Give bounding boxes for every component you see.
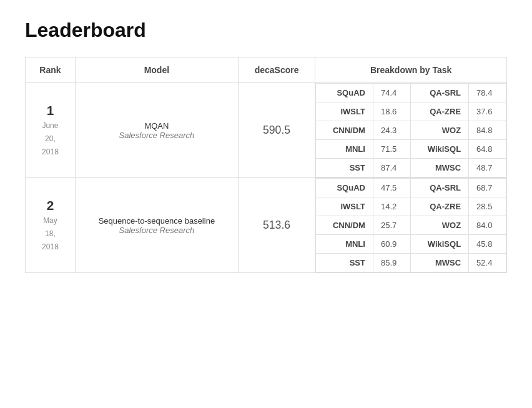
task-score-left: 25.7 (373, 216, 410, 235)
breakdown-row: SQuAD74.4QA-SRL78.4 (316, 84, 506, 102)
task-name-right: WOZ (410, 121, 468, 140)
breakdown-row: IWSLT18.6QA-ZRE37.6 (316, 102, 506, 121)
task-score-left: 47.5 (373, 179, 410, 197)
rank-date: May18,2018 (42, 216, 59, 251)
page-title: Leaderboard (25, 19, 507, 42)
breakdown-inner-table-1: SQuAD47.5QA-SRL68.7IWSLT14.2QA-ZRE28.5CN… (315, 178, 506, 272)
task-score-right: 52.4 (469, 254, 506, 272)
model-name: MQAN (86, 121, 228, 131)
breakdown-cell-0: SQuAD74.4QA-SRL78.4IWSLT18.6QA-ZRE37.6CN… (315, 83, 507, 178)
col-header-breakdown: Breakdown by Task (315, 57, 507, 83)
task-name-right: WOZ (410, 216, 468, 235)
task-name-left: SQuAD (316, 84, 373, 102)
task-score-left: 85.9 (373, 254, 410, 272)
col-header-decascore: decaScore (238, 57, 315, 83)
breakdown-row: CNN/DM24.3WOZ84.8 (316, 121, 506, 140)
task-score-right: 37.6 (469, 102, 506, 121)
task-score-left: 14.2 (373, 197, 410, 216)
task-name-right: MWSC (410, 159, 468, 177)
task-name-left: IWSLT (316, 197, 373, 216)
breakdown-inner-table-0: SQuAD74.4QA-SRL78.4IWSLT18.6QA-ZRE37.6CN… (315, 83, 506, 177)
breakdown-row: SQuAD47.5QA-SRL68.7 (316, 179, 506, 197)
task-name-left: CNN/DM (316, 216, 373, 235)
model-cell-1: Sequence-to-sequence baselineSalesforce … (75, 178, 238, 273)
task-name-right: MWSC (410, 254, 468, 272)
task-score-right: 45.8 (469, 235, 506, 254)
task-name-left: SST (316, 254, 373, 272)
model-cell-0: MQANSalesforce Research (75, 83, 238, 178)
task-score-right: 28.5 (469, 197, 506, 216)
task-score-right: 78.4 (469, 84, 506, 102)
task-name-right: QA-SRL (410, 179, 468, 197)
task-name-left: SQuAD (316, 179, 373, 197)
task-score-left: 71.5 (373, 140, 410, 159)
task-name-right: WikiSQL (410, 140, 468, 159)
task-name-left: SST (316, 159, 373, 177)
task-score-right: 68.7 (469, 179, 506, 197)
task-score-right: 64.8 (469, 140, 506, 159)
breakdown-row: IWSLT14.2QA-ZRE28.5 (316, 197, 506, 216)
task-name-left: IWSLT (316, 102, 373, 121)
task-score-left: 74.4 (373, 84, 410, 102)
rank-cell-1: 2May18,2018 (26, 178, 76, 273)
task-name-left: CNN/DM (316, 121, 373, 140)
task-score-left: 24.3 (373, 121, 410, 140)
task-score-left: 60.9 (373, 235, 410, 254)
breakdown-row: MNLI60.9WikiSQL45.8 (316, 235, 506, 254)
leaderboard-table: Rank Model decaScore Breakdown by Task 1… (25, 57, 507, 273)
task-score-right: 84.8 (469, 121, 506, 140)
model-org: Salesforce Research (119, 226, 195, 235)
task-name-right: QA-ZRE (410, 197, 468, 216)
breakdown-row: SST87.4MWSC48.7 (316, 159, 506, 177)
decascore-cell-1: 513.6 (238, 178, 315, 273)
breakdown-row: CNN/DM25.7WOZ84.0 (316, 216, 506, 235)
breakdown-cell-1: SQuAD47.5QA-SRL68.7IWSLT14.2QA-ZRE28.5CN… (315, 178, 507, 273)
task-name-right: QA-SRL (410, 84, 468, 102)
task-name-left: MNLI (316, 140, 373, 159)
col-header-model: Model (75, 57, 238, 83)
task-name-left: MNLI (316, 235, 373, 254)
rank-date: June20,2018 (42, 121, 59, 156)
decascore-cell-0: 590.5 (238, 83, 315, 178)
task-name-right: QA-ZRE (410, 102, 468, 121)
task-score-left: 18.6 (373, 102, 410, 121)
rank-number: 2 (36, 198, 65, 213)
col-header-rank: Rank (26, 57, 76, 83)
task-score-right: 48.7 (469, 159, 506, 177)
task-score-right: 84.0 (469, 216, 506, 235)
breakdown-row: MNLI71.5WikiSQL64.8 (316, 140, 506, 159)
rank-number: 1 (36, 103, 65, 118)
model-name: Sequence-to-sequence baseline (86, 216, 228, 226)
model-org: Salesforce Research (119, 131, 195, 140)
task-name-right: WikiSQL (410, 235, 468, 254)
rank-cell-0: 1June20,2018 (26, 83, 76, 178)
task-score-left: 87.4 (373, 159, 410, 177)
breakdown-row: SST85.9MWSC52.4 (316, 254, 506, 272)
